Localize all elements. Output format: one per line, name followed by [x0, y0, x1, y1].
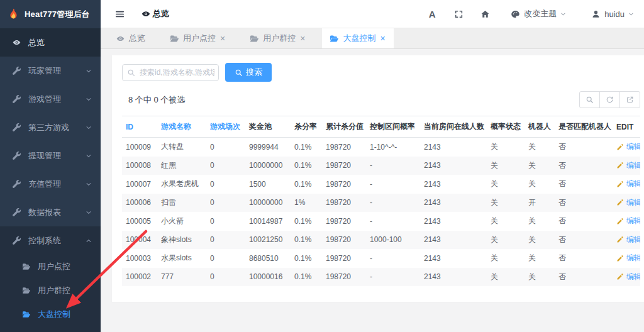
column-header-prize-pool: 奖金池 — [245, 116, 291, 138]
app-title: Heat777管理后台 — [25, 9, 90, 20]
chevron-down-icon — [628, 11, 634, 17]
sidebar-item-withdrawal-management[interactable]: 提现管理 — [0, 141, 101, 170]
cell-game-session: 0 — [206, 138, 245, 157]
cell-game-session: 0 — [206, 249, 245, 268]
sidebar-item-dashboard-control[interactable]: 大盘控制 — [0, 302, 101, 326]
sidebar-menu: 总览玩家管理游戏管理第三方游戏提现管理充值管理数据报表控制系统用户点控用户群控大… — [0, 28, 101, 332]
cell-match-robot: 否 — [555, 268, 613, 287]
cell-id: 100002 — [122, 268, 157, 287]
edit-link-label: 编辑 — [626, 141, 640, 152]
edit-link-label: 编辑 — [626, 160, 640, 171]
sidebar-item-user-group-control[interactable]: 用户群控 — [0, 279, 101, 302]
column-header-id[interactable]: ID — [122, 116, 157, 138]
cell-edit: 编辑 — [613, 194, 640, 213]
username: huidu — [604, 9, 625, 19]
edit-link[interactable]: 编辑 — [616, 179, 640, 189]
home-icon[interactable] — [472, 9, 498, 19]
sidebar-item-label: 总览 — [28, 37, 92, 48]
menu-toggle-icon[interactable] — [114, 9, 125, 19]
table-toolbar — [579, 91, 640, 108]
search-icon — [586, 96, 594, 104]
fullscreen-icon[interactable] — [445, 9, 472, 19]
sidebar-item-game-management[interactable]: 游戏管理 — [0, 85, 101, 113]
folder-icon — [23, 311, 30, 318]
edit-link[interactable]: 编辑 — [616, 253, 640, 263]
cell-robot: 关 — [525, 249, 555, 268]
chevron-down-icon — [86, 124, 92, 131]
cell-control-range: - — [366, 268, 420, 287]
tab-overview[interactable]: 总览 — [108, 28, 153, 48]
cell-match-robot: 否 — [555, 194, 613, 213]
table-export-button[interactable] — [619, 91, 640, 108]
cell-prize-pool: 10000000 — [245, 157, 291, 175]
sidebar-item-recharge-management[interactable]: 充值管理 — [0, 170, 101, 198]
search-button-label: 搜索 — [246, 67, 262, 78]
sidebar-filler — [0, 326, 101, 332]
pencil-icon — [616, 273, 624, 280]
export-icon — [626, 96, 634, 104]
cell-prob-status: 关 — [487, 157, 525, 175]
sidebar-item-third-party-games[interactable]: 第三方游戏 — [0, 113, 101, 141]
cell-kill-total: 198720 — [322, 157, 366, 175]
cell-game-name: 水果slots — [157, 249, 206, 268]
table-card: 搜索 8 个中 0 个被选 ID游戏名称游戏场次奖金池杀分率累计杀分值控制区间概… — [112, 55, 644, 302]
tab-close-icon[interactable]: × — [300, 34, 305, 43]
tab-close-icon[interactable]: × — [220, 34, 225, 43]
cell-control-range: - — [366, 212, 420, 231]
cell-room-online: 2143 — [420, 212, 487, 231]
folder-icon — [250, 35, 258, 43]
theme-dropdown[interactable]: 改变主题 — [511, 8, 566, 19]
edit-link[interactable]: 编辑 — [616, 235, 640, 245]
cell-prize-pool: 10000000 — [245, 194, 291, 213]
tab-close-icon[interactable]: × — [380, 34, 385, 43]
sidebar-item-overview[interactable]: 总览 — [0, 28, 101, 57]
tab-dashboard-control[interactable]: 大盘控制× — [322, 28, 393, 48]
tab-user-group-control[interactable]: 用户群控× — [242, 28, 313, 48]
edit-link[interactable]: 编辑 — [616, 160, 640, 171]
cell-room-online: 2143 — [420, 194, 487, 213]
sidebar-item-label: 第三方游戏 — [28, 122, 78, 133]
sidebar-item-control-system[interactable]: 控制系统 — [0, 226, 101, 255]
cell-prob-status: 关 — [487, 138, 525, 157]
cell-kill-rate: 0.1% — [291, 175, 322, 194]
edit-link[interactable]: 编辑 — [616, 272, 640, 282]
pencil-icon — [616, 199, 624, 206]
cell-kill-total: 198720 — [322, 249, 366, 268]
cell-edit: 编辑 — [613, 138, 640, 157]
font-size-icon[interactable]: A — [419, 9, 445, 19]
table-row: 1000027770100000160.1%198720-2143关关否编辑 — [122, 268, 640, 287]
sidebar-item-label: 充值管理 — [28, 179, 78, 190]
edit-link[interactable]: 编辑 — [616, 197, 640, 208]
games-table: ID游戏名称游戏场次奖金池杀分率累计杀分值控制区间概率当前房间在线人数概率状态机… — [122, 116, 640, 286]
table-refresh-button[interactable] — [599, 91, 620, 108]
cell-match-robot: 否 — [555, 231, 613, 250]
sidebar-item-user-point-control[interactable]: 用户点控 — [0, 255, 101, 279]
breadcrumb: 总览 — [142, 8, 169, 19]
edit-link[interactable]: 编辑 — [616, 141, 640, 152]
app-logo: Heat777管理后台 — [0, 0, 101, 28]
eye-icon — [142, 9, 150, 18]
tab-label: 大盘控制 — [343, 33, 375, 44]
cell-room-online: 2143 — [420, 138, 487, 157]
column-header-game-session[interactable]: 游戏场次 — [206, 116, 245, 138]
sidebar-item-data-reports[interactable]: 数据报表 — [0, 198, 101, 226]
user-dropdown[interactable]: huidu — [591, 9, 634, 19]
cell-kill-rate: 1% — [291, 194, 322, 213]
cell-kill-total: 198720 — [322, 194, 366, 213]
cell-match-robot: 否 — [555, 138, 613, 157]
cell-game-name: 水果老虎机 — [157, 175, 206, 194]
edit-link[interactable]: 编辑 — [616, 216, 640, 226]
table-search-button[interactable] — [579, 91, 600, 108]
search-button[interactable]: 搜索 — [225, 63, 272, 82]
folder-icon — [330, 35, 338, 43]
cell-robot: 关 — [525, 268, 555, 287]
edit-link-label: 编辑 — [626, 179, 640, 189]
search-input[interactable] — [122, 64, 219, 81]
edit-link-label: 编辑 — [626, 272, 640, 282]
topbar: 总览 A 改变主题 huidu — [101, 0, 644, 28]
sidebar-item-player-management[interactable]: 玩家管理 — [0, 57, 101, 85]
pencil-icon — [616, 255, 624, 262]
tab-user-point-control[interactable]: 用户点控× — [162, 28, 233, 48]
column-header-game-name[interactable]: 游戏名称 — [157, 116, 206, 138]
column-header-control-range: 控制区间概率 — [366, 116, 420, 138]
